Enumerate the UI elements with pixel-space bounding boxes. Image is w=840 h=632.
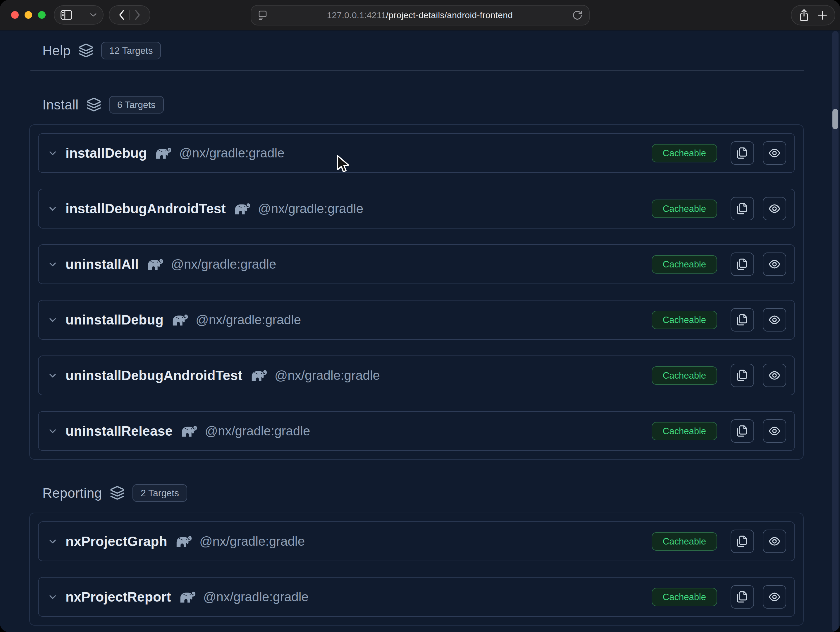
view-task-button[interactable] <box>763 253 786 276</box>
view-task-button[interactable] <box>763 197 786 220</box>
cacheable-badge: Cacheable <box>652 199 717 218</box>
chevron-down-icon[interactable] <box>47 370 58 381</box>
share-button[interactable] <box>798 8 810 22</box>
eye-icon <box>768 258 781 271</box>
chevron-down-icon[interactable] <box>47 536 58 547</box>
gradle-elephant-icon <box>233 202 251 216</box>
targets-count-badge: 6 Targets <box>109 96 164 114</box>
section-reporting: Reporting 2 Targets nxProjectGraph <box>29 483 804 626</box>
sidebar-toggle-button[interactable] <box>54 5 104 25</box>
scrollbar-thumb[interactable] <box>832 109 838 130</box>
browser-window: 127.0.0.1:4211/project-details/android-f… <box>0 0 840 632</box>
view-task-button[interactable] <box>763 364 786 387</box>
view-task-button[interactable] <box>763 419 786 443</box>
target-name: uninstallRelease <box>66 423 172 439</box>
target-name: uninstallDebugAndroidTest <box>66 368 242 383</box>
target-executor: @nx/gradle:gradle <box>171 257 276 272</box>
back-button[interactable] <box>114 6 129 24</box>
copy-task-button[interactable] <box>731 308 754 332</box>
new-tab-button[interactable] <box>817 9 828 21</box>
section-title: Install <box>43 97 79 113</box>
target-executor: @nx/gradle:gradle <box>258 201 363 216</box>
copy-icon <box>736 147 748 159</box>
eye-icon <box>768 313 781 326</box>
cacheable-badge: Cacheable <box>652 311 717 329</box>
target-row[interactable]: uninstallDebugAndroidTest @nx/gradle:gra… <box>38 356 795 395</box>
targets-container: installDebug @nx/gradle:gradle Cacheable <box>29 124 804 460</box>
view-task-button[interactable] <box>763 308 786 332</box>
address-bar[interactable]: 127.0.0.1:4211/project-details/android-f… <box>251 5 590 25</box>
forward-button[interactable] <box>130 6 145 24</box>
window-controls <box>11 11 46 19</box>
target-row[interactable]: nxProjectGraph @nx/gradle:gradle Cacheab… <box>38 521 795 561</box>
copy-icon <box>736 425 748 437</box>
gradle-elephant-icon <box>174 534 193 548</box>
copy-task-button[interactable] <box>731 419 754 443</box>
copy-icon <box>736 535 748 547</box>
section-help: Help 12 Targets <box>29 41 804 71</box>
chevron-down-icon[interactable] <box>47 203 58 214</box>
copy-task-button[interactable] <box>731 253 754 276</box>
project-details-page: Help 12 Targets Install <box>0 31 840 632</box>
layers-icon <box>86 97 101 112</box>
target-row[interactable]: uninstallRelease @nx/gradle:gradle Cache… <box>38 411 795 451</box>
sidebar-icon <box>60 9 73 20</box>
target-row[interactable]: uninstallAll @nx/gradle:gradle Cacheable <box>38 244 795 284</box>
browser-toolbar: 127.0.0.1:4211/project-details/android-f… <box>0 0 840 30</box>
section-header: Reporting 2 Targets <box>43 483 804 503</box>
view-task-button[interactable] <box>763 141 786 165</box>
copy-task-button[interactable] <box>731 585 754 608</box>
url-host: 127.0.0.1:4211 <box>327 10 386 20</box>
target-row[interactable]: uninstallDebug @nx/gradle:gradle Cacheab… <box>38 300 795 340</box>
target-executor: @nx/gradle:gradle <box>275 368 380 383</box>
reload-button[interactable] <box>572 10 583 21</box>
target-executor: @nx/gradle:gradle <box>196 313 301 327</box>
section-title: Help <box>43 43 71 58</box>
gradle-elephant-icon <box>249 368 268 382</box>
target-row[interactable]: installDebug @nx/gradle:gradle Cacheable <box>38 133 795 173</box>
gradle-elephant-icon <box>178 590 196 604</box>
eye-icon <box>768 369 781 382</box>
section-divider <box>30 70 804 71</box>
targets-container: nxProjectGraph @nx/gradle:gradle Cacheab… <box>29 513 804 626</box>
target-row[interactable]: installDebugAndroidTest @nx/gradle:gradl… <box>38 189 795 229</box>
view-task-button[interactable] <box>763 529 786 553</box>
website-settings-icon[interactable] <box>258 10 268 21</box>
gradle-elephant-icon <box>180 424 198 438</box>
url-text: 127.0.0.1:4211/project-details/android-f… <box>268 10 572 20</box>
minimize-window-button[interactable] <box>25 11 32 19</box>
copy-task-button[interactable] <box>731 529 754 553</box>
chevron-down-icon[interactable] <box>47 426 58 436</box>
target-name: installDebugAndroidTest <box>66 201 226 216</box>
eye-icon <box>768 535 781 548</box>
targets-count-badge: 2 Targets <box>133 484 187 502</box>
gradle-elephant-icon <box>146 257 164 271</box>
section-title: Reporting <box>43 485 102 501</box>
cacheable-badge: Cacheable <box>652 422 717 440</box>
target-executor: @nx/gradle:gradle <box>179 146 284 160</box>
copy-task-button[interactable] <box>731 197 754 220</box>
cacheable-badge: Cacheable <box>652 255 717 273</box>
copy-task-button[interactable] <box>731 364 754 387</box>
targets-count-badge: 12 Targets <box>101 42 161 59</box>
target-name: nxProjectGraph <box>66 533 167 549</box>
gradle-elephant-icon <box>171 313 189 327</box>
chevron-down-icon[interactable] <box>47 314 58 325</box>
copy-icon <box>736 369 748 382</box>
close-window-button[interactable] <box>11 11 19 19</box>
mouse-cursor <box>336 155 350 174</box>
gradle-elephant-icon <box>154 146 172 160</box>
section-header: Install 6 Targets <box>43 95 804 115</box>
view-task-button[interactable] <box>763 585 786 608</box>
target-row[interactable]: nxProjectReport @nx/gradle:gradle Cachea… <box>38 577 795 617</box>
chevron-down-icon <box>90 13 97 17</box>
target-name: nxProjectReport <box>66 589 171 605</box>
chevron-down-icon[interactable] <box>47 259 58 270</box>
cacheable-badge: Cacheable <box>652 144 717 163</box>
toolbar-right-group <box>791 5 835 25</box>
zoom-window-button[interactable] <box>38 11 46 19</box>
chevron-down-icon[interactable] <box>47 592 58 602</box>
cacheable-badge: Cacheable <box>652 588 717 606</box>
copy-task-button[interactable] <box>731 141 754 165</box>
chevron-down-icon[interactable] <box>47 148 58 158</box>
